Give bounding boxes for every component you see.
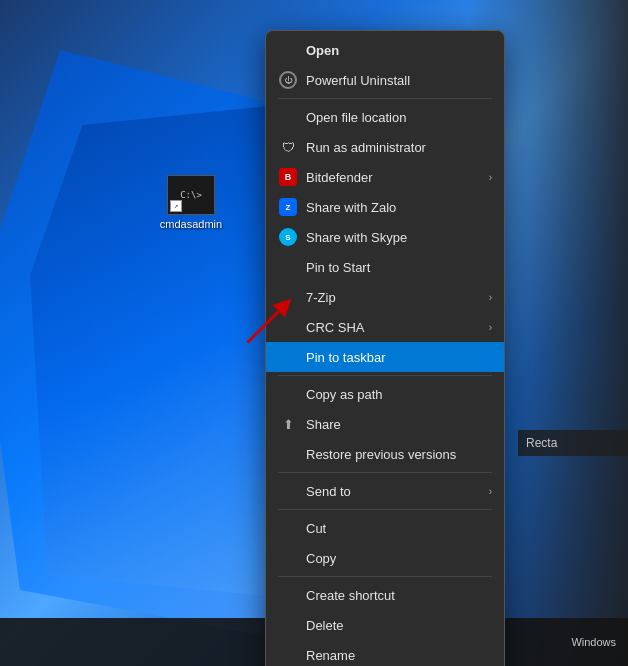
menu-item-open-file-location[interactable]: Open file location	[266, 102, 504, 132]
menu-item-run-as-admin[interactable]: 🛡 Run as administrator	[266, 132, 504, 162]
delete-icon	[278, 615, 298, 635]
menu-label-rename: Rename	[306, 648, 355, 663]
menu-label-open: Open	[306, 43, 339, 58]
separator-4	[278, 509, 492, 510]
menu-item-send-to[interactable]: Send to ›	[266, 476, 504, 506]
copy-path-icon	[278, 384, 298, 404]
menu-item-create-shortcut[interactable]: Create shortcut	[266, 580, 504, 610]
open-icon	[278, 40, 298, 60]
menu-item-cut[interactable]: Cut	[266, 513, 504, 543]
icon-label: cmdasadmin	[160, 218, 222, 230]
menu-item-rename[interactable]: Rename	[266, 640, 504, 666]
menu-label-7zip: 7-Zip	[306, 290, 336, 305]
separator-1	[278, 98, 492, 99]
right-panel-text: Recta	[526, 436, 557, 450]
menu-item-bitdefender[interactable]: B Bitdefender ›	[266, 162, 504, 192]
create-shortcut-icon	[278, 585, 298, 605]
menu-item-skype[interactable]: S Share with Skype	[266, 222, 504, 252]
menu-label-powerful-uninstall: Powerful Uninstall	[306, 73, 410, 88]
menu-item-pin-taskbar[interactable]: Pin to taskbar	[266, 342, 504, 372]
menu-label-copy-path: Copy as path	[306, 387, 383, 402]
pin-taskbar-icon	[278, 347, 298, 367]
share-icon: ⬆	[278, 414, 298, 434]
right-panel: Recta	[518, 430, 628, 456]
power-uninstall-icon: ⏻	[278, 70, 298, 90]
menu-label-skype: Share with Skype	[306, 230, 407, 245]
menu-label-run-as-admin: Run as administrator	[306, 140, 426, 155]
rename-icon	[278, 645, 298, 665]
copy-icon	[278, 548, 298, 568]
menu-item-open[interactable]: Open	[266, 35, 504, 65]
menu-item-zalo[interactable]: Z Share with Zalo	[266, 192, 504, 222]
shortcut-arrow: ↗	[170, 200, 182, 212]
bitdefender-icon: B	[278, 167, 298, 187]
desktop: ↗ cmdasadmin Open ⏻ Powerful Uninstall O…	[0, 0, 628, 666]
crc-icon	[278, 317, 298, 337]
restore-icon	[278, 444, 298, 464]
cut-icon	[278, 518, 298, 538]
separator-5	[278, 576, 492, 577]
send-to-icon	[278, 481, 298, 501]
context-menu: Open ⏻ Powerful Uninstall Open file loca…	[265, 30, 505, 666]
zalo-icon: Z	[278, 197, 298, 217]
7zip-submenu-arrow: ›	[489, 292, 492, 303]
menu-label-bitdefender: Bitdefender	[306, 170, 373, 185]
menu-label-share: Share	[306, 417, 341, 432]
menu-item-copy[interactable]: Copy	[266, 543, 504, 573]
menu-label-restore-versions: Restore previous versions	[306, 447, 456, 462]
menu-label-send-to: Send to	[306, 484, 351, 499]
desktop-icon-cmdasadmin[interactable]: ↗ cmdasadmin	[155, 175, 227, 230]
crc-submenu-arrow: ›	[489, 322, 492, 333]
separator-3	[278, 472, 492, 473]
menu-item-7zip[interactable]: 7-Zip ›	[266, 282, 504, 312]
menu-item-crc-sha[interactable]: CRC SHA ›	[266, 312, 504, 342]
bitdefender-submenu-arrow: ›	[489, 172, 492, 183]
pin-start-icon	[278, 257, 298, 277]
menu-item-pin-start[interactable]: Pin to Start	[266, 252, 504, 282]
menu-label-copy: Copy	[306, 551, 336, 566]
menu-label-crc-sha: CRC SHA	[306, 320, 365, 335]
menu-label-pin-taskbar: Pin to taskbar	[306, 350, 386, 365]
menu-label-delete: Delete	[306, 618, 344, 633]
shield-icon: 🛡	[278, 137, 298, 157]
file-location-icon	[278, 107, 298, 127]
menu-label-create-shortcut: Create shortcut	[306, 588, 395, 603]
skype-icon: S	[278, 227, 298, 247]
menu-item-delete[interactable]: Delete	[266, 610, 504, 640]
7zip-icon	[278, 287, 298, 307]
menu-item-restore-versions[interactable]: Restore previous versions	[266, 439, 504, 469]
menu-label-cut: Cut	[306, 521, 326, 536]
taskbar-corner-text: Windows	[571, 636, 616, 648]
menu-item-copy-path[interactable]: Copy as path	[266, 379, 504, 409]
separator-2	[278, 375, 492, 376]
menu-label-pin-start: Pin to Start	[306, 260, 370, 275]
menu-item-powerful-uninstall[interactable]: ⏻ Powerful Uninstall	[266, 65, 504, 95]
menu-item-share[interactable]: ⬆ Share	[266, 409, 504, 439]
menu-label-zalo: Share with Zalo	[306, 200, 396, 215]
send-to-submenu-arrow: ›	[489, 486, 492, 497]
icon-image: ↗	[167, 175, 215, 215]
menu-label-open-file-location: Open file location	[306, 110, 406, 125]
